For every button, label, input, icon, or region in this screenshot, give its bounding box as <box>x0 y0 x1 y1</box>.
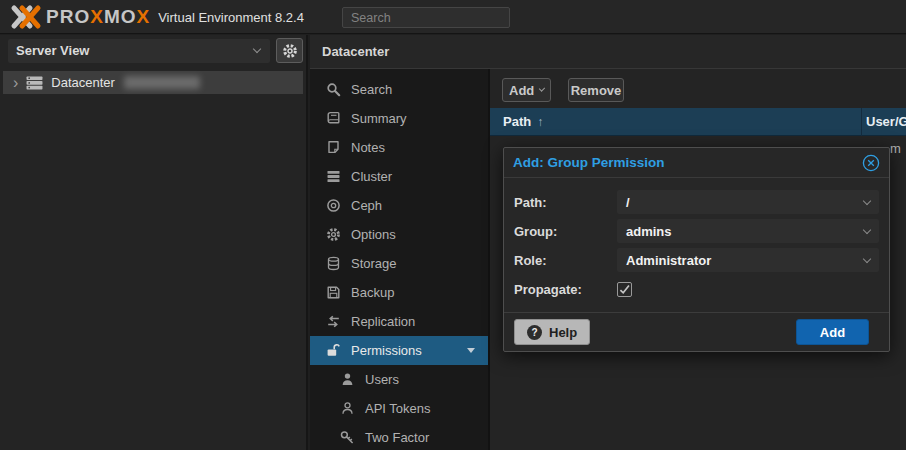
version-label: Virtual Environment 8.2.4 <box>158 10 304 25</box>
notes-icon <box>326 140 341 155</box>
chevron-down-icon <box>863 225 871 233</box>
menu-item-replication[interactable]: Replication <box>310 307 488 336</box>
sort-ascending-icon: ↑ <box>537 115 543 129</box>
ceph-icon <box>326 198 341 213</box>
view-selector[interactable]: Server View <box>8 39 270 63</box>
collapse-caret-icon[interactable] <box>467 348 475 353</box>
dialog-add-button[interactable]: Add <box>796 319 869 345</box>
menu-item-options[interactable]: Options <box>310 220 488 249</box>
propagate-field-label: Propagate: <box>514 282 617 297</box>
datacenter-menu: Search Summary Notes Cluster Ceph Option… <box>310 69 490 450</box>
close-icon[interactable] <box>862 154 880 172</box>
tree-item-label: Datacenter <box>51 75 115 90</box>
menu-item-permissions[interactable]: Permissions <box>310 336 488 365</box>
chevron-down-icon <box>539 85 545 91</box>
column-header-path[interactable]: Path↑ <box>503 114 543 129</box>
menu-item-storage[interactable]: Storage <box>310 249 488 278</box>
top-bar: PROXMOX Virtual Environment 8.2.4 <box>0 0 906 34</box>
menu-item-api-tokens[interactable]: API Tokens <box>310 394 488 423</box>
add-button[interactable]: Add <box>502 78 551 102</box>
proxmox-wordmark: PROXMOX <box>46 6 150 28</box>
menu-item-backup[interactable]: Backup <box>310 278 488 307</box>
chevron-down-icon <box>253 45 261 53</box>
table-row-partial-text: m <box>890 141 901 156</box>
panel-header: Datacenter <box>310 35 906 69</box>
menu-item-search[interactable]: Search <box>310 75 488 104</box>
role-field-label: Role: <box>514 253 617 268</box>
two-factor-key-icon <box>340 430 355 445</box>
proxmox-logo[interactable]: PROXMOX Virtual Environment 8.2.4 <box>8 4 304 30</box>
path-combo[interactable]: / <box>617 190 879 214</box>
menu-item-ceph[interactable]: Ceph <box>310 191 488 220</box>
permissions-unlock-icon <box>326 343 341 358</box>
help-button[interactable]: ? Help <box>514 319 590 345</box>
datacenter-icon <box>26 75 43 91</box>
users-icon <box>340 372 355 387</box>
cluster-icon <box>326 169 341 184</box>
group-field-label: Group: <box>514 224 617 239</box>
chevron-down-icon <box>863 196 871 204</box>
question-icon: ? <box>527 325 542 340</box>
menu-item-two-factor[interactable]: Two Factor <box>310 423 488 450</box>
options-gear-icon <box>326 227 341 242</box>
storage-icon <box>326 256 341 271</box>
view-selector-label: Server View <box>16 43 89 58</box>
menu-item-summary[interactable]: Summary <box>310 104 488 133</box>
dialog-title-bar: Add: Group Permission <box>504 148 889 178</box>
column-header-user-group[interactable]: User/Group <box>866 114 906 129</box>
checkmark-icon <box>618 283 631 296</box>
summary-icon <box>326 111 341 126</box>
remove-button[interactable]: Remove <box>568 78 624 102</box>
path-field-label: Path: <box>514 195 617 210</box>
search-input[interactable] <box>342 7 510 28</box>
menu-item-users[interactable]: Users <box>310 365 488 394</box>
tree-settings-button[interactable] <box>276 38 303 63</box>
group-combo[interactable]: admins <box>617 219 879 243</box>
propagate-checkbox[interactable] <box>617 282 632 297</box>
tree-toolbar: Server View <box>0 35 306 63</box>
column-divider[interactable] <box>861 108 862 136</box>
panel-header-title: Datacenter <box>322 44 389 59</box>
dialog-footer: ? Help Add <box>504 312 889 351</box>
dialog-title: Add: Group Permission <box>513 155 665 170</box>
menu-item-notes[interactable]: Notes <box>310 133 488 162</box>
api-tokens-icon <box>340 401 355 416</box>
dialog-body: Path: / Group: admins Role: Administrato… <box>504 178 889 301</box>
chevron-down-icon <box>863 254 871 262</box>
add-group-permission-dialog: Add: Group Permission Path: / Group: adm… <box>503 147 890 352</box>
menu-item-cluster[interactable]: Cluster <box>310 162 488 191</box>
resource-tree-panel: Server View › Datacenter <box>0 35 308 450</box>
backup-floppy-icon <box>326 285 341 300</box>
table-header: Path↑ User/Group <box>490 108 906 136</box>
search-icon <box>326 82 341 97</box>
tree-item-datacenter[interactable]: › Datacenter <box>3 71 303 94</box>
redacted-node-name <box>124 76 200 89</box>
proxmox-x-logo-icon <box>8 4 44 30</box>
replication-arrows-icon <box>326 314 341 329</box>
gear-icon <box>282 43 298 59</box>
expand-chevron-icon[interactable]: › <box>13 75 18 91</box>
role-combo[interactable]: Administrator <box>617 248 879 272</box>
